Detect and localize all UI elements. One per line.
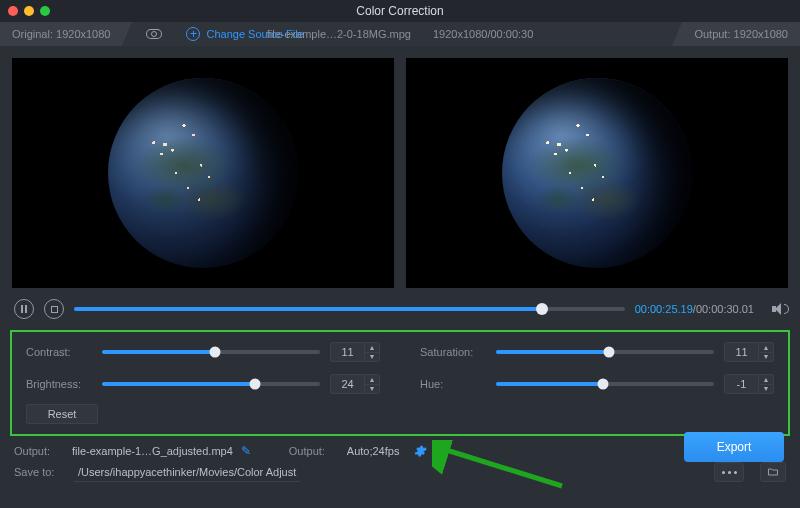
brightness-step-up[interactable]: ▲ [365, 375, 379, 385]
contrast-thumb[interactable] [210, 347, 221, 358]
earth-graphic-original [108, 78, 298, 268]
hue-value: -1 [725, 375, 759, 393]
contrast-stepper[interactable]: 11 ▲▼ [330, 342, 380, 362]
save-path: /Users/ihappyacethinker/Movies/Color Adj… [74, 463, 300, 482]
brightness-value: 24 [331, 375, 365, 393]
pause-button[interactable] [14, 299, 34, 319]
open-folder-button[interactable] [760, 462, 786, 482]
hue-label: Hue: [420, 378, 486, 390]
original-chip: Original: 1920x1080 [0, 22, 122, 46]
playback-time: 00:00:25.19/00:00:30.01 [635, 303, 754, 315]
seekbar-thumb[interactable] [536, 303, 548, 315]
original-preview [12, 58, 394, 288]
folder-icon [766, 466, 780, 478]
title-bar: Color Correction [0, 0, 800, 22]
brightness-label: Brightness: [26, 378, 92, 390]
output-row: Output: file-example-1…G_adjusted.mp4 ✎ … [0, 440, 800, 462]
reset-button[interactable]: Reset [26, 404, 98, 424]
export-button[interactable]: Export [684, 432, 784, 462]
original-resolution: 1920x1080 [56, 28, 110, 40]
hue-step-down[interactable]: ▼ [759, 385, 773, 394]
earth-graphic-adjusted [502, 78, 692, 268]
source-filename: file-example…2-0-18MG.mpg [267, 28, 411, 40]
contrast-step-down[interactable]: ▼ [365, 353, 379, 362]
output-format-value: Auto;24fps [347, 445, 400, 457]
color-correction-window: Color Correction Original: 1920x1080 + C… [0, 0, 800, 508]
current-time: 00:00:25.19 [635, 303, 693, 315]
brightness-stepper[interactable]: 24 ▲▼ [330, 374, 380, 394]
pencil-icon: ✎ [241, 444, 251, 458]
saturation-label: Saturation: [420, 346, 486, 358]
saturation-slider[interactable] [496, 350, 714, 354]
output-settings-button[interactable] [413, 444, 427, 458]
playback-bar: 00:00:25.19/00:00:30.01 [0, 294, 800, 324]
adjusted-preview [406, 58, 788, 288]
gear-icon [413, 444, 427, 458]
contrast-value: 11 [331, 343, 365, 361]
contrast-step-up[interactable]: ▲ [365, 343, 379, 353]
color-adjust-panel: Contrast: 11 ▲▼ Saturation: 11 ▲▼ [10, 330, 790, 436]
window-controls [8, 6, 50, 16]
save-to-label: Save to: [14, 466, 64, 478]
contrast-slider[interactable] [102, 350, 320, 354]
eye-icon [146, 29, 162, 39]
output-chip: Output: 1920x1080 [682, 22, 800, 46]
hue-step-up[interactable]: ▲ [759, 375, 773, 385]
hue-row: Hue: -1 ▲▼ [420, 374, 774, 394]
hue-slider[interactable] [496, 382, 714, 386]
plus-circle-icon: + [186, 27, 200, 41]
minimize-window-button[interactable] [24, 6, 34, 16]
close-window-button[interactable] [8, 6, 18, 16]
hue-thumb[interactable] [597, 379, 608, 390]
stop-button[interactable] [44, 299, 64, 319]
contrast-row: Contrast: 11 ▲▼ [26, 342, 380, 362]
output-resolution: 1920x1080 [734, 28, 788, 40]
brightness-thumb[interactable] [249, 379, 260, 390]
browse-path-button[interactable] [714, 462, 744, 482]
total-duration: 00:00:30.01 [696, 303, 754, 315]
save-row: Save to: /Users/ihappyacethinker/Movies/… [0, 462, 800, 490]
saturation-thumb[interactable] [604, 347, 615, 358]
saturation-stepper[interactable]: 11 ▲▼ [724, 342, 774, 362]
saturation-step-up[interactable]: ▲ [759, 343, 773, 353]
saturation-step-down[interactable]: ▼ [759, 353, 773, 362]
contrast-label: Contrast: [26, 346, 92, 358]
output-file-label: Output: [14, 445, 64, 457]
saturation-row: Saturation: 11 ▲▼ [420, 342, 774, 362]
zoom-window-button[interactable] [40, 6, 50, 16]
output-label: Output: [694, 28, 730, 40]
window-title: Color Correction [356, 4, 443, 18]
info-bar: Original: 1920x1080 + Change Source File… [0, 22, 800, 46]
source-meta: file-example…2-0-18MG.mpg 1920x1080/00:0… [267, 28, 534, 40]
stop-icon [51, 306, 58, 313]
playback-seekbar[interactable] [74, 307, 625, 311]
hue-stepper[interactable]: -1 ▲▼ [724, 374, 774, 394]
brightness-row: Brightness: 24 ▲▼ [26, 374, 380, 394]
output-format-label: Output: [289, 445, 339, 457]
pause-icon [21, 305, 28, 313]
saturation-value: 11 [725, 343, 759, 361]
brightness-slider[interactable] [102, 382, 320, 386]
brightness-step-down[interactable]: ▼ [365, 385, 379, 394]
source-resolution-duration: 1920x1080/00:00:30 [433, 28, 533, 40]
preview-area [0, 46, 800, 294]
rename-output-button[interactable]: ✎ [241, 444, 251, 458]
volume-button[interactable] [772, 303, 786, 315]
output-filename: file-example-1…G_adjusted.mp4 [72, 445, 233, 457]
original-label: Original: [12, 28, 53, 40]
